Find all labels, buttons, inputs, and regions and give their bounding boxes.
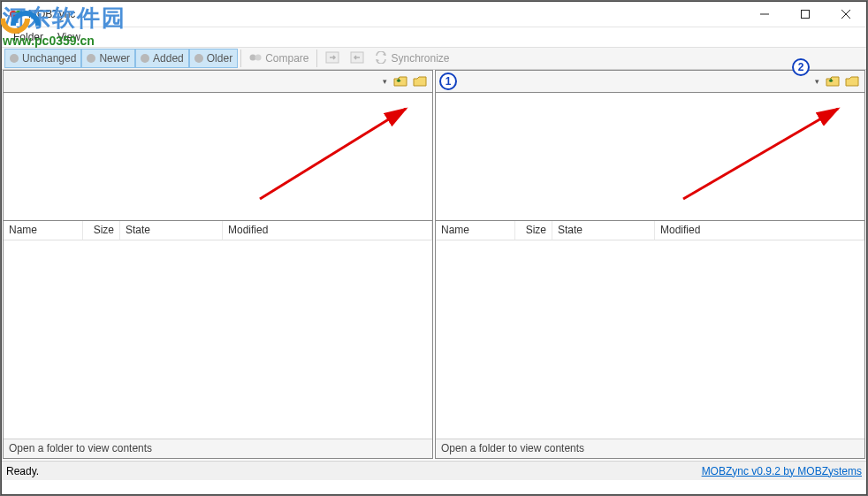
left-up-folder-button[interactable] <box>392 72 409 90</box>
folder-up-icon <box>393 75 407 88</box>
svg-line-12 <box>260 109 406 199</box>
left-pathbar: ▾ <box>4 71 432 92</box>
arrow-left-icon <box>350 51 364 66</box>
folder-open-icon <box>845 75 859 88</box>
svg-line-13 <box>683 109 838 199</box>
left-pane-footer: Open a folder to view contents <box>4 439 432 458</box>
right-col-size[interactable]: Size <box>515 221 552 240</box>
maximize-button[interactable] <box>785 1 826 27</box>
svg-rect-5 <box>802 10 810 18</box>
toolbar-separator-2 <box>316 50 317 67</box>
left-col-modified[interactable]: Modified <box>223 221 432 240</box>
right-path-dropdown[interactable]: ▾ <box>811 77 822 86</box>
right-pane: 1 2 ▾ Name Size State Modified <box>435 70 865 459</box>
folder-open-icon <box>413 75 427 88</box>
filter-unchanged-label: Unchanged <box>22 52 76 65</box>
status-text: Ready. <box>6 465 39 477</box>
sync-icon <box>375 51 387 66</box>
left-col-name[interactable]: Name <box>4 221 83 240</box>
filter-added-label: Added <box>153 52 184 65</box>
filter-added-button[interactable]: Added <box>135 49 189 68</box>
synchronize-label: Synchronize <box>391 52 449 65</box>
filter-newer-button[interactable]: Newer <box>81 49 135 68</box>
minimize-button[interactable] <box>744 1 785 27</box>
filter-unchanged-button[interactable]: Unchanged <box>4 49 81 68</box>
left-browse-button[interactable] <box>411 72 429 90</box>
panes-container: ▾ Name Size State Modified Open a folder <box>1 70 867 461</box>
right-pathbar: 1 2 ▾ <box>436 71 864 92</box>
right-col-name[interactable]: Name <box>436 221 515 240</box>
left-treeview[interactable] <box>4 92 432 221</box>
left-list-header: Name Size State Modified <box>4 221 432 240</box>
annotation-arrow-1 <box>251 102 415 208</box>
left-pane: ▾ Name Size State Modified Open a folder <box>3 70 433 459</box>
copy-left-button[interactable] <box>345 49 369 68</box>
app-icon <box>9 7 23 21</box>
right-up-folder-button[interactable] <box>824 72 841 90</box>
compare-button[interactable]: Compare <box>244 49 314 68</box>
titlebar: MOBZync <box>1 1 867 27</box>
menu-folder[interactable]: Folder <box>6 28 50 46</box>
filter-older-button[interactable]: Older <box>189 49 238 68</box>
compare-icon <box>249 51 262 66</box>
compare-label: Compare <box>265 52 308 65</box>
right-col-state[interactable]: State <box>552 221 655 240</box>
filter-newer-label: Newer <box>99 52 130 65</box>
close-button[interactable] <box>826 1 866 27</box>
annotation-badge-2: 2 <box>792 58 810 76</box>
right-col-modified[interactable]: Modified <box>655 221 864 240</box>
status-link[interactable]: MOBZync v0.9.2 by MOBZystems <box>702 465 862 477</box>
left-path-dropdown[interactable]: ▾ <box>379 77 390 86</box>
right-list-header: Name Size State Modified <box>436 221 864 240</box>
copy-right-button[interactable] <box>320 49 345 68</box>
left-col-state[interactable]: State <box>120 221 223 240</box>
svg-point-3 <box>15 11 22 18</box>
right-browse-button[interactable] <box>843 72 861 90</box>
svg-point-8 <box>250 54 256 60</box>
left-col-size[interactable]: Size <box>83 221 120 240</box>
annotation-badge-1: 1 <box>439 72 457 90</box>
right-list-body[interactable] <box>436 240 864 439</box>
svg-point-9 <box>255 54 262 60</box>
right-pane-footer: Open a folder to view contents <box>436 439 864 458</box>
menu-view[interactable]: View <box>50 28 88 46</box>
right-treeview[interactable] <box>436 92 864 221</box>
window-title: MOBZync <box>28 8 744 20</box>
right-listview: Name Size State Modified <box>436 221 864 439</box>
toolbar: Unchanged Newer Added Older Compare Sync… <box>1 47 867 70</box>
annotation-arrow-2 <box>674 102 847 208</box>
statusbar: Ready. MOBZync v0.9.2 by MOBZystems <box>1 461 867 480</box>
menubar: Folder View <box>1 27 867 47</box>
filter-older-label: Older <box>207 52 232 65</box>
folder-up-icon <box>826 75 840 88</box>
synchronize-button[interactable]: Synchronize <box>369 49 454 68</box>
arrow-right-icon <box>325 51 339 66</box>
left-listview: Name Size State Modified <box>4 221 432 439</box>
left-list-body[interactable] <box>4 240 432 439</box>
toolbar-separator <box>240 50 241 67</box>
